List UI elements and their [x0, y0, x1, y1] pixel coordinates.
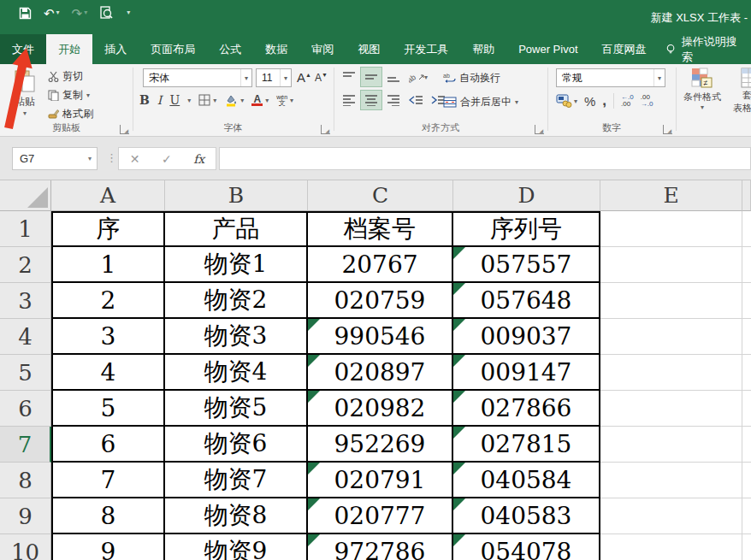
cancel-button[interactable]: ✕ [130, 152, 140, 166]
customize-qat-icon[interactable]: ▾ [125, 9, 130, 16]
copy-button[interactable]: 复制 ▾ [48, 88, 93, 103]
cell-E3[interactable] [600, 283, 742, 319]
row-header-7[interactable]: 7 [0, 427, 51, 463]
tab-power-pivot[interactable]: Power Pivot [506, 34, 589, 64]
cell-E4[interactable] [600, 319, 742, 355]
accounting-format-button[interactable]: ▾ [556, 94, 577, 108]
orientation-button[interactable]: ab ▾ [405, 68, 431, 86]
paste-button[interactable]: 粘贴 ▾ [7, 68, 43, 117]
comma-style-button[interactable]: , [602, 92, 606, 109]
align-right-button[interactable] [383, 91, 404, 109]
cell-F5-partial[interactable] [742, 355, 751, 391]
number-dialog-launcher[interactable] [663, 125, 672, 134]
cell-D1[interactable]: 序列号 [453, 211, 600, 247]
column-header-B[interactable]: B [165, 180, 308, 211]
tab-review[interactable]: 审阅 [299, 34, 346, 64]
row-header-9[interactable]: 9 [0, 498, 51, 534]
fill-color-button[interactable]: ▾ [224, 94, 244, 107]
font-name-combo[interactable]: 宋体▾ [143, 68, 252, 87]
cell-C10[interactable]: 972786 [308, 534, 453, 560]
cell-D6[interactable]: 027866 [453, 391, 600, 427]
cell-E10[interactable] [600, 534, 742, 560]
column-header-A[interactable]: A [51, 180, 165, 211]
select-all-corner[interactable] [0, 180, 51, 211]
column-header-C[interactable]: C [308, 180, 453, 211]
borders-button[interactable]: ▾ [198, 94, 216, 106]
formula-input[interactable] [219, 147, 751, 170]
wrap-text-button[interactable]: ab 自动换行 [443, 71, 500, 85]
cell-B7[interactable]: 物资6 [165, 427, 308, 463]
merge-center-button[interactable]: 合并后居中 ▾ [443, 95, 518, 109]
cell-C4[interactable]: 990546 [308, 319, 453, 355]
undo-button[interactable]: ↶▾ [44, 7, 60, 20]
italic-button[interactable]: I [157, 93, 163, 107]
alignment-dialog-launcher[interactable] [535, 125, 544, 134]
cut-button[interactable]: 剪切 [48, 69, 93, 84]
cell-B8[interactable]: 物资7 [165, 463, 308, 498]
tab-help[interactable]: 帮助 [460, 34, 506, 64]
cell-E7[interactable] [600, 427, 742, 463]
font-name-caret-icon[interactable]: ▾ [240, 69, 251, 86]
cell-C7[interactable]: 952269 [308, 427, 453, 463]
format-as-table-button[interactable]: 套用 表格格式 [729, 68, 751, 115]
cell-F7-partial[interactable] [742, 427, 751, 463]
font-size-caret-icon[interactable]: ▾ [280, 69, 291, 86]
percent-style-button[interactable]: % [584, 94, 595, 109]
column-header-D[interactable]: D [453, 180, 600, 211]
number-format-combo[interactable]: 常规▾ [556, 68, 665, 87]
cell-F6-partial[interactable] [742, 391, 751, 427]
underline-button[interactable]: U [169, 93, 180, 107]
cell-E1[interactable] [600, 211, 742, 247]
formula-bar-resize-handle[interactable]: ⋮ [106, 151, 117, 164]
cell-A2[interactable]: 1 [51, 247, 165, 283]
underline-caret-icon[interactable]: ▾ [187, 97, 191, 104]
cell-D10[interactable]: 054078 [453, 534, 600, 560]
phonetic-guide-button[interactable]: wén 文 ▾ [276, 94, 293, 106]
cell-A10[interactable]: 9 [51, 534, 165, 560]
font-dialog-launcher[interactable] [321, 125, 330, 134]
cell-B3[interactable]: 物资2 [165, 283, 308, 319]
merge-center-caret-icon[interactable]: ▾ [515, 98, 518, 106]
cell-A8[interactable]: 7 [51, 463, 165, 498]
decrease-decimal-button[interactable]: .00→.0 [641, 94, 653, 108]
conditional-caret-icon[interactable]: ▾ [701, 103, 704, 111]
cell-A6[interactable]: 5 [51, 391, 165, 427]
align-bottom-button[interactable] [383, 68, 404, 86]
font-color-caret-icon[interactable]: ▾ [265, 97, 269, 104]
align-left-button[interactable] [339, 91, 359, 109]
cell-D8[interactable]: 040584 [453, 463, 600, 498]
cell-B4[interactable]: 物资3 [165, 319, 308, 355]
insert-function-button[interactable]: fx [193, 152, 204, 166]
row-header-2[interactable]: 2 [0, 247, 51, 283]
conditional-formatting-button[interactable]: ≠ 条件格式 ▾ [679, 68, 725, 111]
row-header-5[interactable]: 5 [0, 355, 51, 391]
cell-C6[interactable]: 020982 [308, 391, 453, 427]
cell-F3-partial[interactable] [742, 283, 751, 319]
accounting-caret-icon[interactable]: ▾ [574, 97, 577, 105]
cell-F1-partial[interactable] [742, 211, 751, 247]
tab-formulas[interactable]: 公式 [207, 34, 253, 64]
cell-A7[interactable]: 6 [51, 427, 165, 463]
cell-B2[interactable]: 物资1 [165, 247, 308, 283]
cell-B5[interactable]: 物资4 [165, 355, 308, 391]
tab-page-layout[interactable]: 页面布局 [139, 34, 207, 64]
format-painter-button[interactable]: 格式刷 [48, 107, 93, 121]
row-header-6[interactable]: 6 [0, 391, 51, 427]
fill-color-caret-icon[interactable]: ▾ [240, 97, 244, 104]
name-box-caret-icon[interactable]: ▾ [83, 155, 97, 162]
cell-C5[interactable]: 020897 [308, 355, 453, 391]
cell-B10[interactable]: 物资9 [165, 534, 308, 560]
cell-A9[interactable]: 8 [51, 498, 165, 534]
tab-insert[interactable]: 插入 [92, 34, 139, 64]
cell-C8[interactable]: 020791 [308, 463, 453, 498]
tab-home[interactable]: 开始 [46, 34, 92, 64]
decrease-indent-button[interactable] [405, 91, 426, 109]
align-top-button[interactable] [339, 68, 359, 86]
cell-A3[interactable]: 2 [51, 283, 165, 319]
cell-F2-partial[interactable] [742, 247, 751, 283]
borders-caret-icon[interactable]: ▾ [213, 97, 216, 104]
orientation-caret-icon[interactable]: ▾ [424, 74, 428, 81]
enter-button[interactable]: ✓ [162, 152, 172, 166]
name-box[interactable]: G7 ▾ [12, 147, 98, 170]
cell-C2[interactable]: 20767 [308, 247, 453, 283]
